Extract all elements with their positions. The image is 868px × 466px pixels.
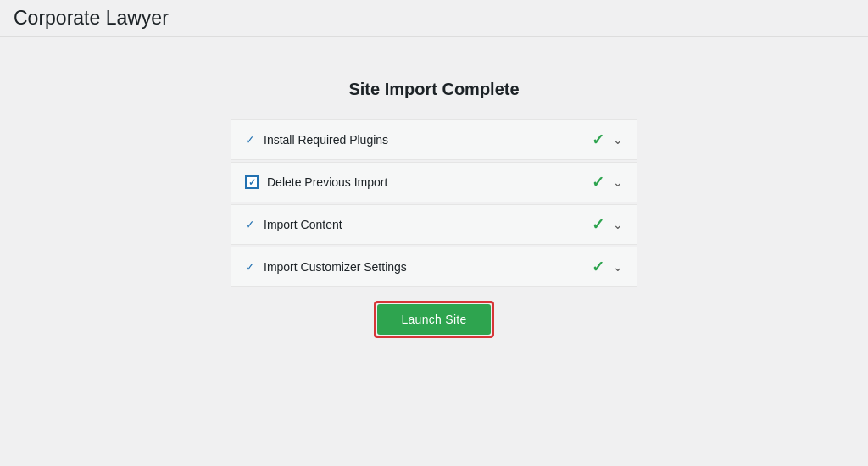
page-header: Corporate Lawyer <box>0 0 868 37</box>
launch-site-button[interactable]: Launch Site <box>377 304 490 335</box>
chevron-down-icon[interactable]: ⌄ <box>613 133 623 147</box>
step-label: Install Required Plugins <box>264 133 388 147</box>
steps-list: ✓ Install Required Plugins ✓ ⌄ Delete Pr… <box>231 119 637 287</box>
step-complete-icon: ✓ <box>592 130 604 149</box>
step-delete-previous-import: Delete Previous Import ✓ ⌄ <box>231 162 637 202</box>
page-title: Corporate Lawyer <box>14 7 169 30</box>
launch-button-wrapper: Launch Site <box>377 304 490 335</box>
checkbox-icon <box>245 175 259 189</box>
step-complete-icon: ✓ <box>592 215 604 234</box>
step-left: ✓ Install Required Plugins <box>245 133 388 147</box>
step-left: Delete Previous Import <box>245 175 387 189</box>
step-left: ✓ Import Customizer Settings <box>245 260 407 274</box>
step-label: Import Content <box>264 218 342 231</box>
step-right: ✓ ⌄ <box>592 215 623 234</box>
step-check-icon: ✓ <box>245 218 255 231</box>
chevron-down-icon[interactable]: ⌄ <box>613 260 623 274</box>
chevron-down-icon[interactable]: ⌄ <box>613 218 623 231</box>
step-label: Import Customizer Settings <box>264 260 407 274</box>
step-right: ✓ ⌄ <box>592 173 623 191</box>
step-right: ✓ ⌄ <box>592 258 623 276</box>
step-right: ✓ ⌄ <box>592 130 623 149</box>
step-complete-icon: ✓ <box>592 258 604 276</box>
step-left: ✓ Import Content <box>245 218 342 231</box>
step-complete-icon: ✓ <box>592 173 604 191</box>
step-label: Delete Previous Import <box>267 175 387 189</box>
main-content: Site Import Complete ✓ Install Required … <box>0 37 868 335</box>
step-install-plugins: ✓ Install Required Plugins ✓ ⌄ <box>231 119 637 160</box>
step-check-icon: ✓ <box>245 260 255 274</box>
chevron-down-icon[interactable]: ⌄ <box>613 175 623 189</box>
step-import-customizer: ✓ Import Customizer Settings ✓ ⌄ <box>231 247 637 287</box>
step-import-content: ✓ Import Content ✓ ⌄ <box>231 204 637 245</box>
import-status-title: Site Import Complete <box>348 80 519 99</box>
step-check-icon: ✓ <box>245 133 255 147</box>
